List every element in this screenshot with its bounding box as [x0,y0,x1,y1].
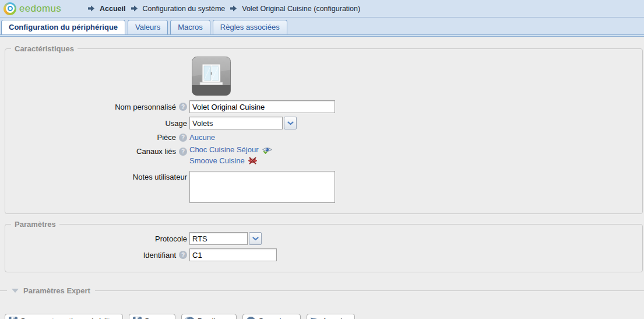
help-icon[interactable]: ? [179,134,187,142]
breadcrumb-arrow-icon [87,5,95,12]
header-bar: eedomus Accueil Configuration du système… [0,0,644,17]
breadcrumb-home[interactable]: Accueil [100,5,125,13]
usage-selected-value: Volets [192,119,213,128]
field-row-protocol: Protocole RTS [5,232,642,245]
protocol-selected-value: RTS [192,234,207,243]
parameters-section: Paramètres Protocole RTS Identifiant ? [5,220,643,272]
undo-arrow-icon [310,316,320,319]
action-buttons: Sauver et continuer à éditer Sauver [5,314,644,319]
cancel-button[interactable]: Annuler [307,314,356,319]
room-link[interactable]: Aucune [189,133,215,142]
field-row-usage: Usage Volets [5,117,642,129]
save-button[interactable]: Sauver [129,314,175,319]
characteristics-legend: Caractéristiques [11,44,78,53]
minus-circle-icon [246,316,256,319]
usage-label: Usage [165,119,187,128]
duplicate-button[interactable]: Dupliquer [181,314,237,319]
channel-link-choc-cuisine-sejour[interactable]: Choc Cuisine Séjour [189,145,259,154]
channel-item: Smoove Cuisine [189,156,273,165]
triangle-down-icon [12,289,19,293]
tab-associated-rules[interactable]: Règles associées [213,20,287,34]
protocol-select[interactable]: RTS [189,232,262,245]
eedomus-logo-icon[interactable] [3,2,16,15]
chevron-down-icon[interactable] [284,117,297,129]
protocol-label: Protocole [155,234,187,243]
field-row-notes: Notes utilisateur [5,171,642,203]
expert-parameters-toggle[interactable]: Paramètres Expert [7,285,95,296]
field-row-name: Nom personnalisé ? [5,100,642,113]
breadcrumb-arrow-icon [230,5,237,12]
help-icon[interactable]: ? [179,251,187,259]
chevron-down-icon[interactable] [249,232,262,245]
tab-values[interactable]: Valeurs [128,20,168,34]
notes-label: Notes utilisateur [133,173,187,181]
identifier-input[interactable] [189,248,277,261]
logo-text: eedomus [19,3,61,15]
user-notes-textarea[interactable] [189,171,335,203]
help-icon[interactable]: ? [179,148,187,156]
tab-macros[interactable]: Macros [170,20,210,34]
channels-list: Choc Cuisine Séjour Smoove Cuisine [189,145,273,167]
main-content: Caractéristiques [0,37,644,319]
room-label: Pièce [157,133,176,142]
name-label: Nom personnalisé [115,103,176,111]
eye-hidden-icon[interactable] [248,157,258,164]
channels-label: Canaux liés [136,147,176,156]
breadcrumb-arrow-icon [131,5,138,12]
tab-device-configuration[interactable]: Configuration du périphérique [1,20,125,34]
tab-bar: Configuration du périphérique Valeurs Ma… [0,17,644,34]
characteristics-section: Caractéristiques [5,44,643,214]
expert-legend-text: Paramètres Expert [23,286,90,295]
field-row-identifier: Identifiant ? [5,248,642,261]
field-row-room: Pièce ? Aucune [5,133,642,142]
channel-link-smoove-cuisine[interactable]: Smoove Cuisine [189,156,245,165]
custom-name-input[interactable] [189,100,335,113]
channel-item: Choc Cuisine Séjour [189,145,273,154]
save-and-continue-button[interactable]: Sauver et continuer à éditer [5,314,123,319]
usage-select[interactable]: Volets [189,117,297,129]
identifier-label: Identifiant [143,251,176,260]
floppy-disk-icon [8,316,18,319]
field-row-channels: Canaux liés ? Choc Cuisine Séjour [5,145,642,167]
breadcrumb: Accueil Configuration du système Volet O… [87,5,360,13]
breadcrumb-system-config[interactable]: Configuration du système [143,5,226,13]
device-window-shutter-icon [192,57,231,96]
breadcrumb-current-page: Volet Original Cuisine (configuration) [242,5,360,13]
eye-visible-icon[interactable] [262,146,273,154]
expert-parameters-section: Paramètres Expert [0,285,644,298]
floppy-disk-icon [132,316,142,319]
parameters-legend: Paramètres [11,220,59,229]
help-icon[interactable]: ? [179,103,187,111]
plus-circle-icon [185,316,195,319]
delete-button[interactable]: Supprimer [242,314,300,319]
expert-divider [0,290,644,291]
